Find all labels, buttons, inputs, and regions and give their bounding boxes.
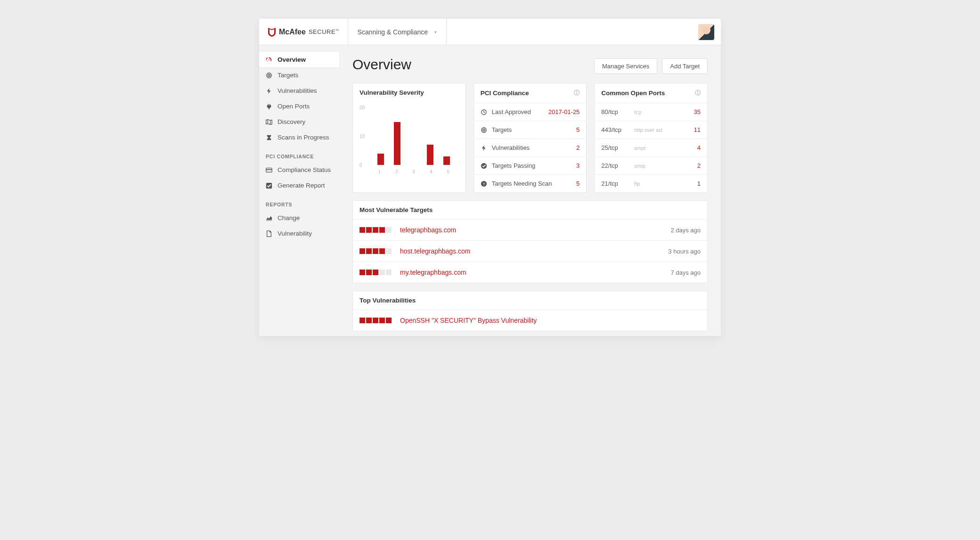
pci-row[interactable]: Targets5 xyxy=(474,121,587,139)
target-row[interactable]: telegraphbags.com2 days ago xyxy=(353,219,707,240)
pci-row-value: 3 xyxy=(576,162,580,169)
port-protocol: tcp xyxy=(634,109,641,115)
sidebar-item-change[interactable]: Change xyxy=(259,210,339,226)
port-count: 4 xyxy=(697,144,701,151)
svg-rect-4 xyxy=(266,169,272,170)
sidebar-section-reports: REPORTS xyxy=(259,193,339,210)
sidebar-item-vulnerability[interactable]: Vulnerability xyxy=(259,226,339,241)
pci-row[interactable]: Vulnerabilities2 xyxy=(474,139,587,156)
port-name: 443/tcp xyxy=(601,126,628,133)
sidebar-item-label: Discovery xyxy=(278,118,305,125)
port-row[interactable]: 21/tcpftp1 xyxy=(595,174,707,192)
gauge-icon xyxy=(266,57,272,63)
sidebar-item-vulnerabilities[interactable]: Vulnerabilities xyxy=(259,83,339,98)
card-vuln-targets: Most Vulnerable Targets telegraphbags.co… xyxy=(352,200,708,283)
severity-bar xyxy=(359,318,392,323)
mcafee-shield-icon xyxy=(268,27,276,37)
manage-services-button[interactable]: Manage Services xyxy=(594,58,657,74)
target-name: telegraphbags.com xyxy=(400,226,456,234)
sidebar-item-scans-in-progress[interactable]: Scans in Progress xyxy=(259,130,339,145)
svg-text:?: ? xyxy=(482,181,485,186)
port-count: 1 xyxy=(697,180,701,187)
chart-bar xyxy=(394,122,400,165)
sidebar-item-targets[interactable]: Targets xyxy=(259,67,339,83)
chart-xtick: 2 xyxy=(393,169,400,174)
sidebar-item-discovery[interactable]: Discovery xyxy=(259,114,339,130)
card-ports-title: Common Open Ports xyxy=(601,90,665,97)
port-row[interactable]: 80/tcptcp35 xyxy=(595,103,707,121)
target-icon xyxy=(266,72,272,79)
brand-name: McAfee xyxy=(279,28,306,36)
target-name: my.telegraphbags.com xyxy=(400,269,466,276)
target-row[interactable]: my.telegraphbags.com7 days ago xyxy=(353,262,707,283)
port-protocol: http over ssl xyxy=(634,127,662,133)
sidebar-item-label: Generate Report xyxy=(278,182,325,189)
port-row[interactable]: 22/tcpsmtp2 xyxy=(595,156,707,174)
map-icon xyxy=(266,119,272,125)
chart-bar xyxy=(377,154,384,165)
topbar-spacer xyxy=(447,19,692,45)
check-icon xyxy=(481,163,487,169)
sidebar-section-pci: PCI COMPLIANCE xyxy=(259,145,339,162)
pci-row-label: Last Approved xyxy=(492,108,531,115)
topbar: McAfee SECURE™ Scanning & Compliance ▾ xyxy=(259,19,721,45)
sidebar-item-label: Overview xyxy=(278,56,306,63)
plug-icon xyxy=(266,103,272,110)
card-severity-title: Vulnerability Severity xyxy=(359,89,424,96)
card-top-vulns: Top Vulnerabilities OpenSSH "X SECURITY"… xyxy=(352,291,708,331)
chart-ytick: 10 xyxy=(359,134,365,139)
nav-dropdown-label: Scanning & Compliance xyxy=(358,28,428,36)
svg-point-9 xyxy=(483,129,484,130)
target-name: host.telegraphbags.com xyxy=(400,247,470,255)
chart-area-icon xyxy=(266,215,272,221)
vulnerability-name: OpenSSH "X SECURITY" Bypass Vulnerabilit… xyxy=(400,317,537,324)
app-window: McAfee SECURE™ Scanning & Compliance ▾ O… xyxy=(259,19,721,336)
port-row[interactable]: 25/tcpsmpt4 xyxy=(595,139,707,156)
vulnerability-row[interactable]: OpenSSH "X SECURITY" Bypass Vulnerabilit… xyxy=(353,310,707,331)
svg-point-2 xyxy=(269,74,270,75)
target-scan-age: 2 days ago xyxy=(670,227,701,234)
card-pci: PCI Compliance ⓘ Last Approved2017-01-25… xyxy=(474,83,587,193)
port-name: 80/tcp xyxy=(601,108,628,115)
port-count: 11 xyxy=(694,126,701,133)
sidebar-item-generate-report[interactable]: Generate Report xyxy=(259,178,339,193)
sidebar-item-label: Vulnerabilities xyxy=(278,87,317,94)
sidebar-item-overview[interactable]: Overview xyxy=(259,52,339,67)
sidebar-item-label: Change xyxy=(278,214,300,221)
card-vuln-targets-title: Most Vulnerable Targets xyxy=(359,206,433,213)
card-ports: Common Open Ports ⓘ 80/tcptcp35443/tcpht… xyxy=(594,83,708,193)
user-avatar[interactable] xyxy=(698,24,714,40)
port-name: 25/tcp xyxy=(601,144,628,151)
port-name: 22/tcp xyxy=(601,162,628,169)
card-severity: Vulnerability Severity 12345 01020 xyxy=(352,83,466,193)
clock-icon xyxy=(481,109,487,115)
info-icon[interactable]: ⓘ xyxy=(695,89,701,97)
sidebar-item-compliance-status[interactable]: Compliance Status xyxy=(259,162,339,178)
pci-row-value: 5 xyxy=(576,126,580,133)
sidebar-item-open-ports[interactable]: Open Ports xyxy=(259,98,339,114)
pci-row[interactable]: Last Approved2017-01-25 xyxy=(474,103,587,121)
add-target-button[interactable]: Add Target xyxy=(662,58,708,74)
check-box-icon xyxy=(266,182,272,189)
target-scan-age: 3 hours ago xyxy=(668,248,701,255)
main-content: Overview Manage Services Add Target Vuln… xyxy=(339,45,721,336)
nav-dropdown[interactable]: Scanning & Compliance ▾ xyxy=(348,19,447,45)
pci-row-label: Targets Needing Scan xyxy=(492,180,552,187)
question-icon: ? xyxy=(481,180,487,187)
card-icon xyxy=(266,167,272,173)
target-row[interactable]: host.telegraphbags.com3 hours ago xyxy=(353,240,707,262)
svg-rect-5 xyxy=(266,182,272,188)
severity-bar xyxy=(359,227,392,233)
brand-logo[interactable]: McAfee SECURE™ xyxy=(259,19,348,45)
pci-row-value: 2017-01-25 xyxy=(548,108,580,115)
info-icon[interactable]: ⓘ xyxy=(574,89,580,97)
chart-xtick: 1 xyxy=(376,169,383,174)
card-pci-title: PCI Compliance xyxy=(481,90,529,97)
pci-row[interactable]: Targets Passing3 xyxy=(474,156,587,174)
port-protocol: smpt xyxy=(634,145,645,151)
pci-row-label: Targets xyxy=(492,126,512,133)
chart-xtick: 4 xyxy=(428,169,434,174)
port-row[interactable]: 443/tcphttp over ssl11 xyxy=(595,121,707,139)
svg-point-10 xyxy=(481,163,487,168)
pci-row[interactable]: ?Targets Needing Scan5 xyxy=(474,174,587,192)
